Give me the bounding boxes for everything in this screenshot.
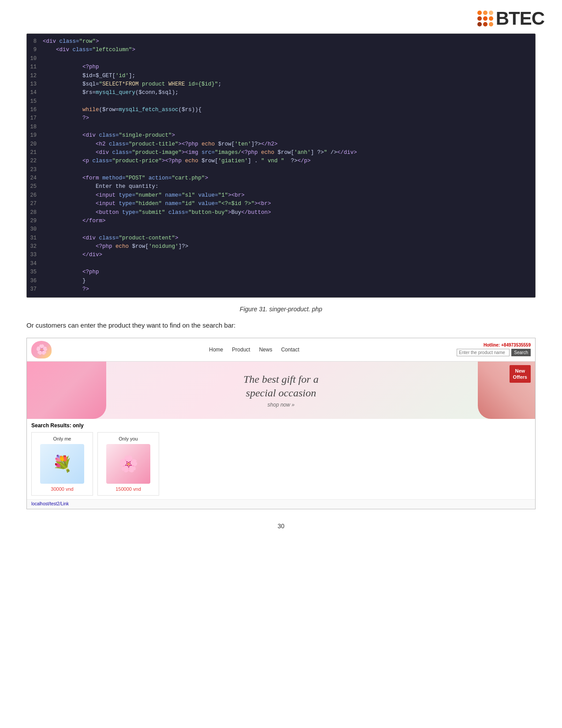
- code-content: $id=$_GET['id'];: [43, 72, 135, 80]
- code-content: <div class="product-content">: [43, 234, 179, 243]
- line-number: 31: [27, 234, 43, 243]
- logo-dots: [477, 11, 493, 26]
- logo-dot: [483, 22, 488, 26]
- site-hotline: Hotline: +84973535559: [484, 343, 531, 347]
- code-line: 16 while($row=mysqli_fetch_assoc($rs)){: [27, 106, 535, 114]
- line-number: 20: [27, 140, 43, 149]
- code-block-wrapper: 8 <div class="row"> 9 <div class="leftco…: [26, 34, 536, 298]
- code-content: <?php: [43, 268, 99, 276]
- line-number: 32: [27, 243, 43, 251]
- code-line: 9 <div class="leftcolumn">: [27, 46, 535, 54]
- code-line: 17 ?>: [27, 114, 535, 123]
- product-image: 💐: [40, 444, 84, 484]
- nav-product[interactable]: Product: [232, 347, 250, 353]
- logo-text: BTEC: [496, 8, 544, 29]
- code-content: <input type="number" name="sl" value="1"…: [43, 191, 245, 200]
- code-content: <button type="submit" class="button-buy"…: [43, 209, 271, 217]
- logo-dot: [489, 16, 493, 21]
- line-number: 11: [27, 63, 43, 71]
- code-content: <div class="row">: [43, 37, 99, 46]
- line-number: 26: [27, 191, 43, 200]
- line-number: 19: [27, 131, 43, 140]
- code-line: 10: [27, 55, 535, 63]
- line-number: 35: [27, 268, 43, 276]
- logo-dot: [483, 11, 488, 15]
- code-line: 30: [27, 225, 535, 234]
- code-content: [43, 260, 46, 268]
- site-nav[interactable]: Home Product News Contact: [209, 347, 299, 353]
- search-results-section: Search Results: only Only me 💐 30000 vnd…: [27, 419, 535, 499]
- site-header: 🌸 Home Product News Contact Hotline: +84…: [27, 338, 535, 362]
- code-line: 23: [27, 166, 535, 174]
- page-number: 30: [0, 523, 562, 543]
- logo-dot: [489, 11, 493, 15]
- code-content: </div>: [43, 251, 102, 259]
- banner-new-offers: New Offers: [510, 365, 531, 383]
- code-block: 8 <div class="row"> 9 <div class="leftco…: [27, 34, 535, 297]
- site-search-input[interactable]: [457, 349, 510, 356]
- code-line: 31 <div class="product-content">: [27, 234, 535, 243]
- code-content: $rs=mysqli_query($conn,$sql);: [43, 89, 179, 97]
- product-price: 150000 vnd: [101, 486, 155, 492]
- code-line: 19 <div class="single-product">: [27, 131, 535, 140]
- banner-title: The best gift for a special occasion: [243, 373, 319, 400]
- code-content: }: [43, 277, 86, 285]
- code-line: 14 $rs=mysqli_query($conn,$sql);: [27, 89, 535, 97]
- code-line: 8 <div class="row">: [27, 37, 535, 46]
- website-screenshot: 🌸 Home Product News Contact Hotline: +84…: [26, 338, 536, 509]
- code-content: [43, 166, 46, 174]
- site-search-area[interactable]: Search: [457, 349, 531, 356]
- code-line: 25 Enter the quantity:: [27, 183, 535, 191]
- code-line: 24 <form method="POST" action="cart.php"…: [27, 174, 535, 183]
- code-line: 11 <?php: [27, 63, 535, 71]
- code-content: <form method="POST" action="cart.php">: [43, 174, 208, 183]
- line-number: 21: [27, 149, 43, 157]
- logo-dot: [483, 16, 488, 21]
- code-content: <input type="hidden" name="id" value="<?…: [43, 200, 271, 208]
- code-line: 33 </div>: [27, 251, 535, 259]
- line-number: 25: [27, 183, 43, 191]
- code-line: 22 <p class="product-price"><?php echo $…: [27, 157, 535, 165]
- line-number: 15: [27, 97, 43, 106]
- logo-dot: [477, 11, 482, 15]
- code-line: 29 </form>: [27, 217, 535, 225]
- code-content: <p class="product-price"><?php echo $row…: [43, 157, 311, 165]
- code-line: 37 ?>: [27, 285, 535, 294]
- line-number: 33: [27, 251, 43, 259]
- code-content: $sql="SELECT*FROM product WHERE id={$id}…: [43, 80, 221, 89]
- site-footer-url: localhost/test2/Link: [27, 499, 535, 509]
- code-content: while($row=mysqli_fetch_assoc($rs)){: [43, 106, 201, 114]
- product-card[interactable]: Only you 🌸 150000 vnd: [97, 432, 159, 496]
- line-number: 12: [27, 72, 43, 80]
- logo: BTEC: [477, 8, 544, 29]
- code-line: 12 $id=$_GET['id'];: [27, 72, 535, 80]
- line-number: 16: [27, 106, 43, 114]
- code-line: 35 <?php: [27, 268, 535, 276]
- code-line: 15: [27, 97, 535, 106]
- product-card[interactable]: Only me 💐 30000 vnd: [31, 432, 93, 496]
- nav-contact[interactable]: Contact: [281, 347, 299, 353]
- page-header: BTEC: [0, 0, 562, 34]
- line-number: 10: [27, 55, 43, 63]
- nav-home[interactable]: Home: [209, 347, 223, 353]
- line-number: 18: [27, 123, 43, 131]
- code-content: [43, 97, 46, 106]
- code-line: 13 $sql="SELECT*FROM product WHERE id={$…: [27, 80, 535, 89]
- code-content: <div class="leftcolumn">: [43, 46, 135, 54]
- figure-caption: Figure 31. singer-product. php: [0, 306, 562, 313]
- banner-text-area: The best gift for a special occasion sho…: [243, 373, 319, 408]
- product-price: 30000 vnd: [35, 486, 89, 492]
- code-content: <div class="product-image"><img src="ima…: [43, 149, 357, 157]
- code-line: 18: [27, 123, 535, 131]
- nav-news[interactable]: News: [259, 347, 272, 353]
- code-line: 36 }: [27, 277, 535, 285]
- code-content: <div class="single-product">: [43, 131, 175, 140]
- line-number: 17: [27, 114, 43, 123]
- code-content: </form>: [43, 217, 106, 225]
- line-number: 37: [27, 285, 43, 294]
- line-number: 8: [27, 37, 43, 46]
- product-grid: Only me 💐 30000 vnd Only you 🌸 150000 vn…: [31, 432, 531, 496]
- site-search-button[interactable]: Search: [511, 349, 531, 356]
- code-line: 27 <input type="hidden" name="id" value=…: [27, 200, 535, 208]
- site-logo: 🌸: [31, 341, 52, 358]
